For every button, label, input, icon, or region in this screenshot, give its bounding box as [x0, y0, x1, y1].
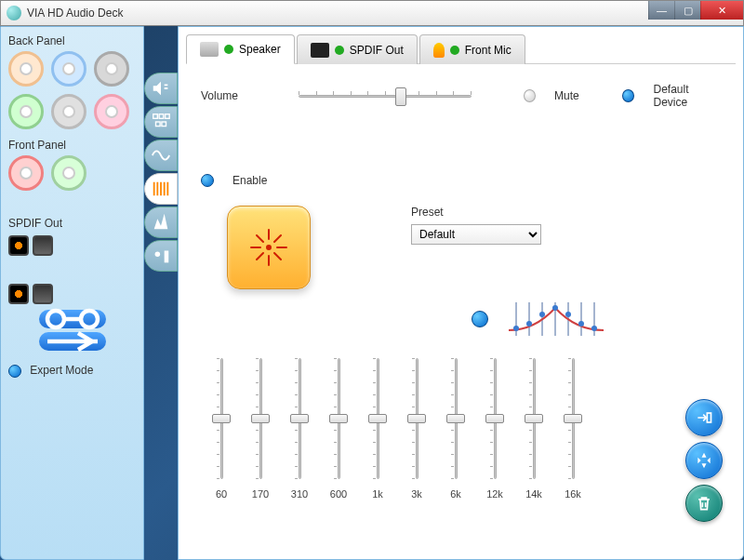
nav-bass[interactable]	[144, 140, 178, 171]
spdif-optical-icon	[8, 235, 29, 256]
jack-rear[interactable]	[94, 51, 129, 87]
svg-rect-4	[166, 114, 170, 119]
svg-rect-5	[156, 122, 161, 127]
svg-point-7	[155, 251, 161, 257]
eq-band-label: 1k	[372, 488, 383, 500]
eq-band-slider[interactable]: 60	[212, 358, 231, 500]
eq-band-slider[interactable]: 600	[329, 358, 348, 500]
device-sidebar: Back Panel Front Panel SPDIF Out	[0, 26, 144, 560]
svg-point-19	[539, 312, 545, 317]
eq-band-slider[interactable]: 170	[251, 358, 270, 500]
nav-room-correction[interactable]	[144, 240, 178, 272]
reset-preset-button[interactable]	[685, 442, 723, 479]
mute-radio-icon[interactable]	[524, 89, 536, 102]
eq-action-buttons	[685, 399, 723, 522]
window-title: VIA HD Audio Deck	[27, 7, 123, 20]
eq-band-slider[interactable]: 6k	[446, 358, 465, 500]
eq-slider-thumb[interactable]	[329, 414, 348, 423]
eq-slider-thumb[interactable]	[485, 414, 504, 423]
svg-rect-6	[162, 122, 166, 127]
enable-radio-icon[interactable]	[201, 174, 214, 187]
nav-environment[interactable]	[144, 207, 178, 238]
spdif-ports-1[interactable]	[8, 235, 136, 256]
device-tabs: Speaker SPDIF Out Front Mic	[186, 34, 736, 64]
back-panel-heading: Back Panel	[8, 34, 136, 47]
eq-slider-thumb[interactable]	[525, 414, 543, 423]
minimize-button[interactable]: —	[648, 1, 674, 20]
tab-label: Front Mic	[465, 44, 512, 57]
volume-slider-thumb[interactable]	[395, 87, 406, 106]
eq-slider-thumb[interactable]	[251, 414, 270, 423]
svg-rect-2	[153, 114, 158, 119]
eq-band-slider[interactable]: 3k	[407, 358, 426, 500]
volume-slider[interactable]	[299, 87, 472, 104]
spdif-optical-icon	[8, 284, 29, 304]
eq-slider-thumb[interactable]	[407, 414, 426, 423]
nav-volume[interactable]	[144, 73, 178, 104]
tab-speaker[interactable]: Speaker	[186, 34, 295, 64]
eq-band-slider[interactable]: 12k	[485, 358, 504, 500]
svg-point-17	[513, 326, 519, 331]
eq-curve-icon	[507, 299, 609, 340]
jack-line-in[interactable]	[51, 51, 86, 87]
save-preset-button[interactable]	[685, 399, 723, 436]
eq-slider-thumb[interactable]	[290, 414, 309, 423]
back-panel-jacks	[8, 51, 136, 129]
mute-label: Mute	[554, 89, 579, 102]
app-icon	[7, 6, 21, 20]
eq-band-slider[interactable]: 16k	[564, 358, 582, 500]
eq-slider-thumb[interactable]	[368, 414, 387, 423]
jack-front-hp[interactable]	[51, 155, 86, 191]
expert-mode-toggle[interactable]: Expert Mode	[8, 364, 136, 378]
eq-slider-thumb[interactable]	[564, 414, 582, 423]
jack-side[interactable]	[51, 94, 86, 129]
eq-slider-thumb[interactable]	[212, 414, 231, 423]
main-panel: Speaker SPDIF Out Front Mic Volume	[178, 26, 744, 560]
nav-equalizer[interactable]	[144, 173, 178, 205]
jack-front-mic[interactable]	[8, 155, 44, 191]
delete-preset-button[interactable]	[685, 485, 723, 522]
jack-line-out[interactable]	[8, 94, 44, 129]
svg-rect-8	[165, 251, 169, 263]
check-icon	[335, 46, 344, 55]
eq-band-label: 3k	[411, 488, 422, 500]
jack-center-sub[interactable]	[8, 51, 44, 87]
window-titlebar: VIA HD Audio Deck — ▢ ✕	[0, 0, 744, 26]
close-button[interactable]: ✕	[700, 1, 743, 20]
expert-mode-radio-icon	[8, 365, 21, 378]
curve-toggle-icon[interactable]	[472, 311, 488, 327]
svg-point-20	[552, 305, 558, 311]
eq-band-label: 310	[291, 488, 308, 500]
tab-label: SPDIF Out	[350, 44, 404, 57]
preset-label: Preset	[411, 206, 541, 219]
spdif-heading: SPDIF Out	[8, 217, 136, 230]
eq-band-label: 60	[216, 488, 227, 500]
eq-band-slider[interactable]: 14k	[525, 358, 543, 500]
default-device-radio-icon[interactable]	[622, 89, 634, 102]
jack-mic[interactable]	[94, 94, 129, 129]
tab-front-mic[interactable]: Front Mic	[419, 34, 525, 64]
spdif-coax-icon	[33, 235, 53, 256]
eq-band-label: 14k	[525, 488, 542, 500]
eq-band-sliders: 60 170 310 600 1k 3k	[201, 358, 721, 500]
eq-band-slider[interactable]: 310	[290, 358, 309, 500]
spdif-ports-2[interactable]	[8, 284, 136, 304]
preset-select[interactable]: Default	[411, 224, 541, 245]
advanced-options-button[interactable]	[39, 332, 106, 351]
nav-speaker-config[interactable]	[144, 106, 178, 138]
tab-label: Speaker	[239, 43, 281, 56]
speaker-icon	[200, 42, 219, 57]
tab-spdif-out[interactable]: SPDIF Out	[297, 34, 418, 64]
volume-label: Volume	[201, 89, 238, 102]
equalizer-icon	[227, 206, 311, 289]
eq-slider-thumb[interactable]	[446, 414, 465, 423]
maximize-button[interactable]: ▢	[674, 1, 700, 20]
eq-band-label: 170	[252, 488, 269, 500]
eq-band-label: 6k	[450, 488, 461, 500]
spdif-icon	[311, 43, 329, 58]
mic-icon	[433, 43, 445, 58]
default-device-label: Default Device	[653, 83, 721, 109]
svg-rect-24	[707, 413, 711, 422]
eq-band-slider[interactable]: 1k	[368, 358, 387, 500]
svg-point-9	[267, 246, 271, 249]
